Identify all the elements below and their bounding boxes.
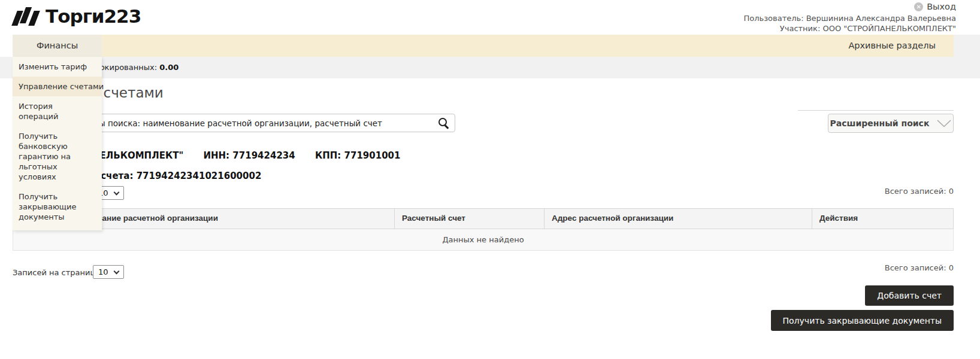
kpp-value: 771901001 (344, 150, 401, 161)
divider (798, 110, 954, 111)
dropdown-item[interactable]: Получить закрывающие документы (13, 187, 102, 227)
menu-bar: Финансы Архивные разделы (13, 35, 954, 57)
accounts-table: №Наименование расчетной организацииРасче… (13, 208, 954, 251)
dropdown-item[interactable]: Получить банковскую гарантию на льготных… (13, 126, 102, 187)
dropdown-item[interactable]: Управление счетами (13, 77, 102, 96)
total-records-bottom: Всего записей: 0 (885, 263, 954, 272)
empty-row: Данных не найдено (13, 229, 954, 251)
logout-link[interactable]: ✕ Выход (743, 2, 956, 12)
logo-icon (13, 7, 39, 26)
header-user-block: ✕ Выход Пользователь: Вершинина Александ… (743, 2, 956, 34)
finance-dropdown: Изменить тарифУправление счетамиИстория … (13, 57, 102, 230)
column-header: Наименование расчетной организации (55, 209, 395, 229)
logo-text: Торги223 (46, 5, 141, 27)
column-header: Действия (812, 209, 953, 229)
menu-item-archive[interactable]: Архивные разделы (848, 35, 936, 57)
logo[interactable]: Торги223 (13, 5, 141, 27)
per-page-value: 10 (98, 267, 108, 276)
page: Торги223 ✕ Выход Пользователь: Вершинина… (0, 0, 980, 359)
user-info: Пользователь: Вершинина Александра Валер… (743, 13, 956, 23)
chevron-down-icon (114, 190, 120, 196)
advanced-search-label: Расширенный поиск (830, 118, 930, 128)
per-page-select[interactable]: 10 (93, 265, 124, 279)
dropdown-item[interactable]: История операций (13, 96, 102, 126)
total-records-top: Всего записей: 0 (885, 187, 954, 196)
logout-circle-x-icon: ✕ (914, 2, 923, 11)
chevron-down-icon (937, 120, 951, 127)
per-page-label: Записей на странице: (13, 268, 103, 277)
participant-info: Участник: ООО "СТРОЙПАНЕЛЬКОМПЛЕКТ" (743, 23, 956, 34)
search-icon[interactable] (438, 118, 449, 129)
chevron-down-icon (114, 269, 120, 275)
table-header-row: №Наименование расчетной организацииРасче… (13, 208, 954, 229)
column-header: Расчетный счет (395, 209, 545, 229)
kpp-label: КПП: (315, 150, 341, 161)
closing-documents-button[interactable]: Получить закрывающие документы (771, 310, 954, 331)
balance-bar: Заблокированных: 0.00 (0, 57, 980, 78)
column-header: Адрес расчетной организации (545, 209, 812, 229)
menu-bar-right-gap (954, 35, 980, 57)
account-value: 77194242341021600002 (137, 171, 262, 181)
inn-label: ИНН: (203, 150, 229, 161)
logout-label: Выход (927, 2, 956, 12)
add-account-button[interactable]: Добавить счет (865, 285, 954, 306)
dropdown-item[interactable]: Изменить тариф (13, 57, 102, 77)
advanced-search-button[interactable]: Расширенный поиск (828, 114, 954, 133)
menu-item-finance[interactable]: Финансы (13, 35, 102, 57)
blocked-funds-value: 0.00 (159, 63, 179, 72)
inn-value: 7719424234 (232, 150, 295, 161)
